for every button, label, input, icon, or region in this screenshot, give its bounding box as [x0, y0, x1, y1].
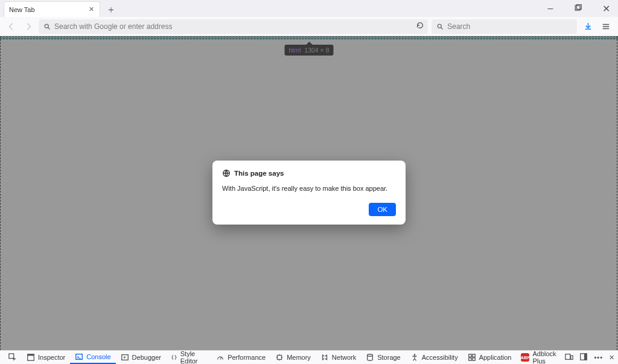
svg-rect-20 — [571, 356, 573, 359]
nav-toolbar — [0, 17, 618, 36]
devtools-more-button[interactable]: ••• — [594, 354, 603, 361]
url-input[interactable] — [54, 22, 423, 31]
network-icon — [320, 353, 329, 362]
picker-icon — [8, 353, 17, 362]
arrow-left-icon — [7, 22, 16, 31]
search-icon — [436, 23, 444, 30]
window-controls: – ✕ — [542, 2, 614, 14]
svg-rect-22 — [584, 354, 587, 360]
svg-rect-12 — [278, 356, 282, 360]
svg-rect-15 — [468, 354, 471, 357]
downloads-button[interactable] — [581, 19, 595, 34]
dock-icon — [579, 353, 588, 361]
svg-rect-16 — [473, 354, 475, 357]
content-area: html 1304 × 8 This page says With JavaSc… — [0, 36, 618, 350]
arrow-right-icon — [24, 22, 33, 31]
search-input[interactable] — [447, 22, 572, 31]
app-menu-button[interactable] — [599, 19, 613, 34]
devtools-toolbar: Inspector Console Debugger Style Editor … — [0, 350, 618, 364]
dialog-header: This page says — [222, 169, 396, 177]
window-minimize-button[interactable]: – — [542, 2, 559, 14]
panel-label: Storage — [377, 354, 401, 361]
panel-label: Application — [479, 354, 512, 361]
globe-icon — [222, 169, 231, 177]
element-picker-button[interactable] — [4, 351, 22, 364]
reload-icon — [416, 21, 424, 30]
maximize-icon — [574, 4, 582, 13]
search-icon — [43, 23, 51, 30]
panel-label: Adblock Plus — [532, 350, 560, 364]
panel-inspector[interactable]: Inspector — [22, 351, 70, 364]
panel-debugger[interactable]: Debugger — [116, 351, 166, 364]
ok-button[interactable]: OK — [369, 203, 396, 216]
storage-icon — [366, 353, 374, 362]
debugger-icon — [121, 353, 129, 362]
svg-point-4 — [438, 24, 442, 28]
devtools-right-controls: ••• ✕ — [565, 353, 614, 362]
window-maximize-button[interactable] — [570, 2, 587, 14]
inspector-icon — [27, 353, 35, 362]
panel-storage[interactable]: Storage — [361, 351, 406, 364]
panel-style-editor[interactable]: Style Editor — [166, 351, 211, 364]
svg-rect-19 — [565, 354, 570, 360]
accessibility-icon — [410, 353, 419, 362]
tab-title: New Tab — [9, 6, 35, 13]
search-bar[interactable] — [432, 19, 577, 34]
panel-label: Debugger — [132, 354, 161, 361]
panel-label: Accessibility — [422, 354, 458, 361]
gauge-icon — [216, 353, 225, 362]
panel-label: Memory — [287, 354, 311, 361]
responsive-icon — [565, 353, 573, 361]
dialog-actions: OK — [222, 203, 396, 216]
url-bar[interactable] — [39, 19, 428, 34]
panel-adblock-plus[interactable]: ABP Adblock Plus — [516, 351, 565, 364]
browser-tab[interactable]: New Tab ✕ — [4, 1, 100, 17]
svg-point-2 — [45, 24, 48, 28]
tab-strip: New Tab ✕ ＋ – ✕ — [0, 0, 618, 17]
window-close-button[interactable]: ✕ — [597, 2, 614, 14]
responsive-mode-button[interactable] — [565, 353, 573, 362]
nav-forward-button[interactable] — [22, 20, 35, 33]
panel-label: Network — [332, 354, 356, 361]
reload-button[interactable] — [416, 21, 424, 32]
js-alert-dialog: This page says With JavaScript, it's rea… — [212, 161, 406, 225]
devtools-close-button[interactable]: ✕ — [609, 354, 614, 362]
panel-label: Performance — [228, 354, 266, 361]
new-tab-button[interactable]: ＋ — [104, 2, 118, 17]
panel-application[interactable]: Application — [463, 351, 517, 364]
panel-label: Console — [86, 353, 110, 360]
svg-rect-9 — [28, 354, 34, 356]
braces-icon — [171, 353, 177, 362]
svg-rect-17 — [468, 358, 471, 360]
panel-network[interactable]: Network — [316, 351, 361, 364]
abp-icon: ABP — [521, 353, 529, 362]
dialog-message: With JavaScript, it's really easy to mak… — [222, 185, 396, 192]
panel-accessibility[interactable]: Accessibility — [406, 351, 463, 364]
dialog-title: This page says — [234, 170, 284, 177]
hamburger-icon — [602, 22, 610, 31]
memory-icon — [275, 353, 284, 362]
svg-point-14 — [413, 354, 415, 356]
svg-line-5 — [441, 27, 443, 29]
svg-rect-18 — [473, 358, 475, 360]
panel-performance[interactable]: Performance — [211, 351, 270, 364]
nav-back-button[interactable] — [5, 20, 18, 33]
download-icon — [584, 22, 593, 31]
svg-point-13 — [368, 354, 373, 357]
panel-memory[interactable]: Memory — [270, 351, 316, 364]
panel-console[interactable]: Console — [70, 351, 115, 364]
panel-label: Style Editor — [180, 350, 206, 364]
svg-line-3 — [48, 27, 50, 29]
panel-label: Inspector — [38, 354, 65, 361]
console-icon — [75, 353, 83, 361]
tab-close-icon[interactable]: ✕ — [86, 4, 96, 14]
application-icon — [468, 353, 476, 362]
dock-side-button[interactable] — [579, 353, 588, 362]
